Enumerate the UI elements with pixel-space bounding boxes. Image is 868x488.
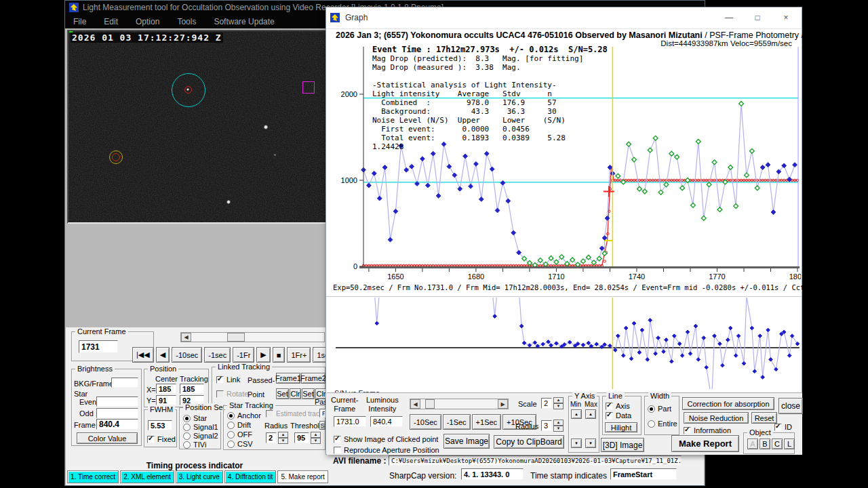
sharpcap-version-field[interactable]: 4. 1. 13343. 0 [461,468,524,480]
color-value-button[interactable]: Color Value [77,432,138,444]
bkg-frame-field[interactable] [111,378,138,388]
ymin-down-icon[interactable]: ▼ [571,439,582,448]
radio-signal2-dot[interactable] [183,432,191,440]
show-image-box[interactable] [334,436,341,443]
radio-signal1-dot[interactable] [183,424,191,431]
graph-scrollbar[interactable]: ◀ ▶ [410,399,509,409]
radius-spinner[interactable]: ▲▼ [278,432,288,443]
frame-scrollbar[interactable]: ◀ [180,332,325,342]
part-radio[interactable]: Part [648,405,671,413]
gradius-spinner[interactable]: ▲▼ [553,420,564,431]
make-report-button[interactable]: Make Report [671,435,739,452]
menu-item-3[interactable]: Tools [177,17,196,26]
timing-step-3[interactable]: 4. Diffraction tit [224,470,277,483]
current-frame-field[interactable]: 1731 [79,340,118,353]
even-field[interactable] [96,396,138,407]
graph-titlebar[interactable]: Graph — □ × [326,7,802,29]
radio-tivi-dot[interactable] [183,441,191,449]
ymax-up-icon[interactable]: ▲ [585,409,596,419]
menu-item-0[interactable]: File [73,17,86,26]
x-center-field[interactable]: 185 [156,384,176,394]
minimize-icon[interactable]: — [715,7,743,28]
playback-button-7[interactable]: 1Fr+ [287,347,311,363]
playback-button-5[interactable]: ▶ [256,347,270,363]
odd-field[interactable] [96,408,138,418]
object-button-1[interactable]: B [760,439,770,449]
gcurrent-frame-field[interactable]: 1731.0 [334,416,366,427]
object-button-0[interactable]: A [747,439,758,449]
menu-item-2[interactable]: Option [136,17,159,26]
frame-brightness-field[interactable]: 840.4 [96,419,138,430]
radio-star-dot[interactable] [183,415,191,422]
id-box[interactable] [774,424,782,431]
information-box[interactable] [684,427,691,434]
reset-button[interactable]: Reset [751,412,777,424]
object-button-3[interactable]: L [784,439,795,449]
playback-button-3[interactable]: -1sec [204,347,231,363]
link-checkbox-box[interactable] [216,376,224,384]
part-radio-dot[interactable] [648,405,655,413]
graph-scrollbar-thumb[interactable] [425,399,435,409]
radio-csv-dot[interactable] [227,441,235,448]
scale-field[interactable]: 2 [541,398,552,409]
correction-absorption-button[interactable]: Correction for absorption [682,397,774,410]
radio-drift[interactable]: Drift [227,421,251,429]
timing-step-2[interactable]: 3. Light curve [176,470,223,483]
reproduce-checkbox[interactable]: Reproduce Aperture Position [334,446,439,454]
hilight-button[interactable]: Hilight [605,422,637,432]
information-checkbox[interactable]: Information [684,426,731,434]
ymax-down-icon[interactable]: ▼ [585,439,596,448]
link-checkbox[interactable]: Link [216,375,240,384]
frame2-button[interactable]: Frame2 [301,373,326,384]
radio-anchor-dot[interactable] [227,412,235,420]
close-icon[interactable]: × [772,7,800,28]
radio-anchor[interactable]: Anchor [227,411,261,420]
radio-drift-dot[interactable] [227,422,235,429]
graph-scrollbar-right-icon[interactable]: ▶ [498,399,508,409]
radio-star[interactable]: Star [183,414,207,422]
axis-checkbox[interactable]: Axis [606,402,630,410]
maximize-icon[interactable]: □ [743,7,772,28]
radio-off[interactable]: OFF [227,430,252,439]
frame-scrollbar-thumb[interactable] [227,333,245,342]
data-box[interactable] [606,412,613,420]
gradius-field[interactable]: 3 [541,420,552,431]
fixed-checkbox-box[interactable] [147,436,155,443]
timestamp-indicates-field[interactable]: FrameStart [610,468,677,480]
3d-image-button[interactable]: [3D] Image [601,438,644,452]
clr1-button[interactable]: Clr [290,388,301,399]
radio-signal2[interactable]: Signal2 [183,432,218,440]
avi-path-field[interactable]: C:¥Users¥mizuk¥Desktop¥(6557)YokonomuraA… [389,455,682,466]
data-checkbox[interactable]: Data [606,411,631,420]
sec-button-2[interactable]: +1Sec [472,414,502,430]
timing-step-1[interactable]: 2. XML element [120,470,174,483]
sec-button-0[interactable]: -10Sec [410,414,441,430]
scale-spinner[interactable]: ▲▼ [553,397,564,409]
entire-radio-dot[interactable] [648,420,655,428]
radio-signal1[interactable]: Signal1 [183,423,218,431]
graph-scrollbar-left-icon[interactable]: ◀ [410,399,420,409]
radius-field[interactable]: 2 [266,432,277,443]
reproduce-box[interactable] [334,447,341,454]
y-center-field[interactable]: 91 [156,395,176,405]
frame-scrollbar-left-icon[interactable]: ◀ [181,333,191,342]
sec-button-1[interactable]: -1Sec [443,414,471,430]
show-image-checkbox[interactable]: Show Image of Clicked point [334,435,438,443]
video-frame[interactable]: 2026 01 03 17:12:27:942 Z [67,30,328,224]
ymin-up-icon[interactable]: ▲ [571,409,582,419]
menu-item-1[interactable]: Edit [104,17,118,26]
noise-reduction-button[interactable]: Noise Reduction [684,412,749,424]
playback-button-4[interactable]: -1Fr [233,347,254,363]
radio-tivi[interactable]: TIVi [183,441,206,449]
set1-button[interactable]: Set [276,388,289,399]
threshold-spinner[interactable]: ▲▼ [311,432,321,443]
object-button-2[interactable]: C [772,439,783,449]
playback-button-2[interactable]: -10sec [172,347,202,363]
close-button[interactable]: close [778,398,803,414]
radio-csv[interactable]: CSV [227,440,253,448]
entire-radio[interactable]: Entire [648,420,677,428]
radio-off-dot[interactable] [227,431,235,439]
playback-button-0[interactable]: |◀◀ [132,347,154,363]
axis-box[interactable] [606,403,613,410]
playback-button-6[interactable]: ■ [273,347,285,363]
